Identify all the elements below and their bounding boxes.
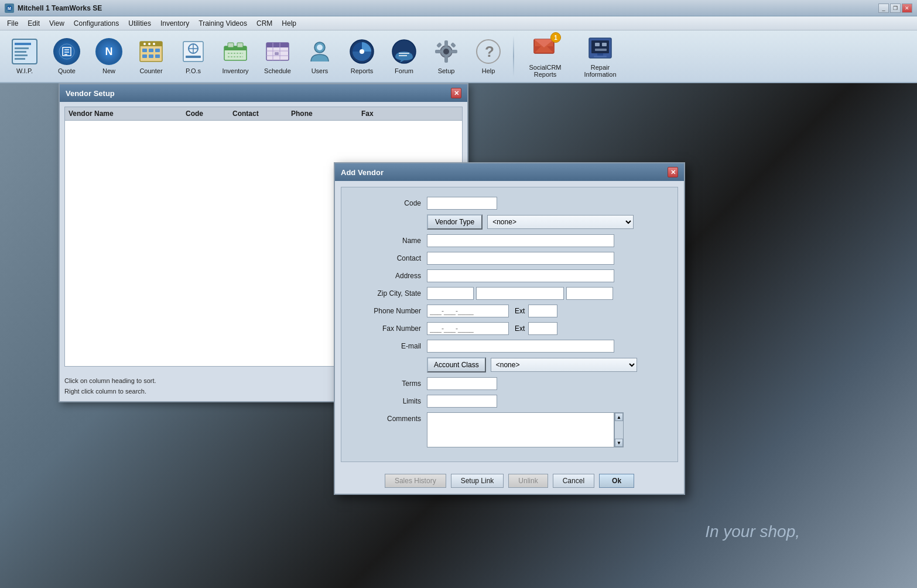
col-phone[interactable]: Phone [291, 110, 361, 118]
setup-link-button[interactable]: Setup Link [451, 474, 504, 488]
svg-point-15 [148, 43, 150, 45]
code-label: Code [351, 199, 427, 207]
toolbar-social-crm[interactable]: 1 SocialCRM Reports [519, 33, 572, 80]
schedule-icon [264, 38, 291, 65]
name-input[interactable] [427, 234, 614, 247]
menu-edit[interactable]: Edit [23, 18, 45, 29]
phone-row: Phone Number Ext [351, 305, 668, 317]
toolbar-reports[interactable]: Reports [342, 33, 382, 80]
zip-city-state-label: Zip City, State [351, 289, 427, 298]
toolbar-schedule[interactable]: Schedule [258, 33, 297, 80]
unlink-button[interactable]: Unlink [508, 474, 548, 488]
toolbar-quote[interactable]: Quote [47, 33, 87, 80]
limits-input[interactable] [427, 395, 497, 408]
menu-training[interactable]: Training Videos [194, 18, 252, 29]
toolbar-inventory[interactable]: Inventory [215, 33, 255, 80]
svg-rect-54 [451, 50, 457, 53]
state-input[interactable] [566, 287, 613, 300]
col-code[interactable]: Code [186, 110, 232, 118]
menu-file[interactable]: File [2, 18, 23, 29]
comments-scrollbar[interactable]: ▲ ▼ [614, 412, 624, 447]
phone-inputs: Ext [427, 305, 557, 317]
social-crm-label: SocialCRM Reports [522, 64, 569, 78]
toolbar-wip[interactable]: W.I.P. [5, 33, 45, 80]
ok-button[interactable]: Ok [599, 474, 634, 488]
svg-rect-56 [450, 42, 456, 48]
pos-icon [180, 38, 207, 65]
toolbar-new[interactable]: N New [89, 33, 129, 80]
col-fax[interactable]: Fax [361, 110, 420, 118]
new-label: New [102, 67, 115, 74]
add-vendor-form: Code Vendor Type <none> Name Contact [341, 187, 678, 462]
account-class-select[interactable]: <none> [491, 358, 637, 372]
svg-rect-21 [149, 54, 153, 58]
toolbar-setup[interactable]: Setup [426, 33, 466, 80]
phone-ext-input[interactable] [528, 305, 557, 317]
toolbar-counter[interactable]: Counter [131, 33, 171, 80]
svg-rect-66 [594, 56, 607, 57]
menu-view[interactable]: View [45, 18, 69, 29]
setup-label: Setup [438, 67, 455, 74]
toolbar-forum[interactable]: Forum [384, 33, 424, 80]
toolbar-users[interactable]: Users [300, 33, 340, 80]
toolbar-help[interactable]: ? Help [468, 33, 508, 80]
cancel-button[interactable]: Cancel [553, 474, 594, 488]
window-controls: _ ❐ ✕ [878, 4, 912, 13]
repair-info-label: Repair Information [577, 64, 624, 78]
contact-row: Contact [351, 252, 668, 265]
terms-input[interactable] [427, 377, 497, 390]
fax-row: Fax Number Ext [351, 322, 668, 335]
toolbar-repair-info[interactable]: Repair Information [574, 33, 627, 80]
comments-textarea[interactable] [427, 412, 614, 447]
vendor-type-select[interactable]: <none> [487, 215, 634, 229]
add-vendor-title: Add Vendor [341, 168, 384, 177]
address-input[interactable] [427, 269, 614, 282]
terms-label: Terms [351, 380, 427, 388]
svg-rect-13 [140, 42, 162, 46]
svg-point-16 [153, 43, 155, 45]
add-vendor-close-button[interactable]: ✕ [668, 167, 678, 177]
wip-label: W.I.P. [16, 67, 33, 74]
close-button[interactable]: ✕ [902, 4, 912, 13]
minimize-button[interactable]: _ [878, 4, 889, 13]
col-contact[interactable]: Contact [232, 110, 291, 118]
fax-input[interactable] [427, 322, 509, 335]
code-input[interactable] [427, 197, 497, 210]
menu-inventory[interactable]: Inventory [156, 18, 194, 29]
svg-point-8 [59, 44, 74, 59]
menu-configurations[interactable]: Configurations [69, 18, 124, 29]
menu-help[interactable]: Help [277, 18, 301, 29]
sales-history-button[interactable]: Sales History [385, 474, 446, 488]
toolbar-pos[interactable]: P.O.s [173, 33, 213, 80]
reports-label: Reports [351, 67, 374, 74]
svg-point-45 [360, 49, 364, 54]
svg-rect-52 [444, 57, 448, 63]
pos-label: P.O.s [186, 67, 201, 74]
email-input[interactable] [427, 340, 614, 353]
comments-row: Comments ▲ ▼ [351, 412, 668, 447]
phone-ext-label: Ext [515, 307, 525, 315]
vendor-setup-title: Vendor Setup [66, 89, 115, 98]
email-label: E-mail [351, 342, 427, 350]
toolbar-separator [513, 36, 514, 77]
zip-input[interactable] [427, 287, 474, 300]
contact-input[interactable] [427, 252, 614, 265]
col-vendor-name[interactable]: Vendor Name [69, 110, 186, 118]
menu-crm[interactable]: CRM [252, 18, 277, 29]
scroll-up-arrow[interactable]: ▲ [615, 413, 623, 421]
menu-utilities[interactable]: Utilities [124, 18, 156, 29]
help-icon: ? [475, 38, 502, 65]
scroll-down-arrow[interactable]: ▼ [615, 439, 623, 447]
quote-label: Quote [58, 67, 76, 74]
svg-rect-51 [444, 40, 448, 46]
city-input[interactable] [476, 287, 564, 300]
vendor-setup-close-button[interactable]: ✕ [451, 88, 461, 98]
restore-button[interactable]: ❐ [890, 4, 901, 13]
svg-point-50 [443, 49, 449, 54]
fax-ext-input[interactable] [528, 322, 557, 335]
account-class-button[interactable]: Account Class [427, 357, 486, 372]
email-row: E-mail [351, 340, 668, 353]
phone-input[interactable] [427, 305, 509, 317]
vendor-type-button[interactable]: Vendor Type [427, 214, 483, 230]
name-row: Name [351, 234, 668, 247]
